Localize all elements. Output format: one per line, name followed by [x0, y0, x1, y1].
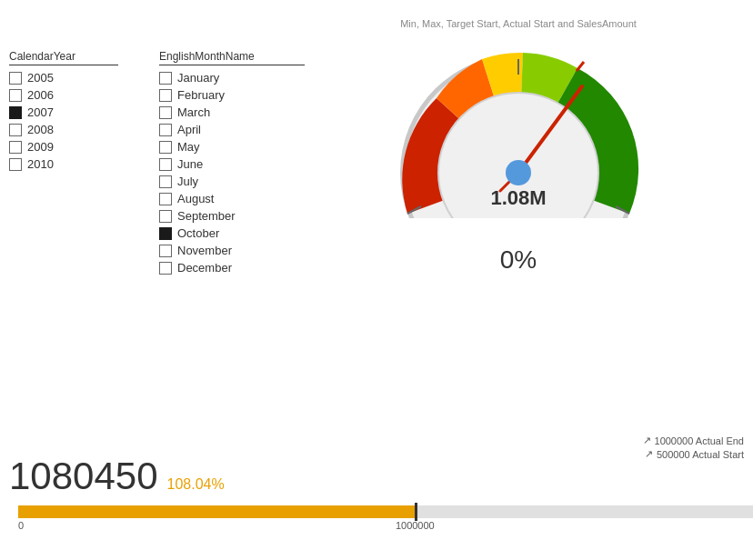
calendar-year-panel: CalendarYear 2005 2006 2007 2008 2009 20… [9, 50, 118, 175]
month-label-April: April [177, 123, 201, 136]
bottom-section: 1080450 108.04% ↗ 1000000 Actual End ↗ 5… [9, 455, 744, 533]
calendar-year-checkbox-2009[interactable] [9, 141, 22, 154]
gauge-container: 0 2M 1.08M [382, 36, 655, 236]
month-label-August: August [177, 192, 214, 205]
progress-labels: 0 1000000 [18, 520, 753, 531]
month-checkbox-November[interactable] [159, 245, 172, 257]
month-label-July: July [177, 175, 198, 188]
month-checkbox-August[interactable] [159, 193, 172, 205]
gauge-svg: 0 2M 1.08M [382, 36, 655, 218]
calendar-year-label-2005: 2005 [27, 71, 54, 85]
month-label-January: January [177, 71, 219, 85]
month-name-panel: EnglishMonthName January February March … [159, 50, 305, 278]
calendar-year-checkbox-2005[interactable] [9, 72, 22, 85]
calendar-year-item[interactable]: 2005 [9, 71, 118, 85]
month-checkbox-October[interactable] [159, 227, 172, 240]
calendar-year-item[interactable]: 2010 [9, 157, 118, 171]
month-name-item[interactable]: February [159, 88, 305, 102]
svg-point-10 [506, 160, 531, 185]
calendar-year-title: CalendarYear [9, 50, 118, 65]
svg-text:1.08M: 1.08M [490, 186, 546, 209]
big-number: 1080450 [9, 455, 158, 498]
calendar-year-checkbox-2008[interactable] [9, 124, 22, 136]
month-checkbox-January[interactable] [159, 72, 172, 85]
month-label-February: February [177, 88, 225, 102]
calendar-year-checkbox-2010[interactable] [9, 158, 22, 171]
month-label-May: May [177, 140, 200, 154]
calendar-year-item[interactable]: 2006 [9, 88, 118, 102]
month-checkbox-June[interactable] [159, 158, 172, 171]
legend-actual-start-label: 500000 Actual Start [657, 449, 744, 460]
legend-actual-end: ↗ 1000000 Actual End [643, 435, 744, 446]
month-checkbox-March[interactable] [159, 106, 172, 119]
month-checkbox-May[interactable] [159, 141, 172, 154]
calendar-year-label-2007: 2007 [27, 105, 54, 119]
month-name-item[interactable]: November [159, 244, 305, 257]
month-name-item[interactable]: August [159, 192, 305, 205]
gauge-percent: 0% [346, 245, 691, 275]
calendar-year-label-2006: 2006 [27, 88, 54, 102]
month-name-item[interactable]: March [159, 105, 305, 119]
calendar-year-item[interactable]: 2009 [9, 140, 118, 154]
svg-text:2M: 2M [612, 216, 628, 218]
progress-bar-bg [18, 505, 753, 518]
month-label-October: October [177, 226, 219, 240]
month-name-item[interactable]: May [159, 140, 305, 154]
svg-line-9 [577, 62, 584, 71]
calendar-year-checkbox-2007[interactable] [9, 106, 22, 119]
month-label-June: June [177, 157, 203, 171]
calendar-year-item[interactable]: 2008 [9, 123, 118, 136]
calendar-year-label-2009: 2009 [27, 140, 54, 154]
progress-label-left: 0 [18, 520, 24, 531]
month-name-item[interactable]: June [159, 157, 305, 171]
calendar-year-label-2010: 2010 [27, 157, 54, 171]
progress-bar-fill [18, 505, 415, 518]
percent-badge: 108.04% [167, 476, 225, 493]
month-name-item[interactable]: April [159, 123, 305, 136]
legend-area: ↗ 1000000 Actual End ↗ 500000 Actual Sta… [643, 435, 744, 462]
month-label-September: September [177, 209, 236, 223]
month-name-item[interactable]: January [159, 71, 305, 85]
month-label-March: March [177, 105, 210, 119]
calendar-year-item[interactable]: 2007 [9, 105, 118, 119]
month-name-item[interactable]: December [159, 261, 305, 275]
month-name-title: EnglishMonthName [159, 50, 305, 65]
month-checkbox-February[interactable] [159, 89, 172, 102]
gauge-section: Min, Max, Target Start, Actual Start and… [346, 18, 691, 275]
legend-actual-end-label: 1000000 Actual End [655, 435, 744, 446]
calendar-year-checkbox-2006[interactable] [9, 89, 22, 102]
month-checkbox-September[interactable] [159, 210, 172, 223]
month-label-December: December [177, 261, 232, 275]
month-name-item[interactable]: September [159, 209, 305, 223]
progress-label-right: 1000000 [396, 520, 435, 531]
progress-marker [415, 503, 417, 521]
legend-actual-end-icon: ↗ [643, 435, 651, 446]
month-checkbox-July[interactable] [159, 175, 172, 188]
month-name-item[interactable]: July [159, 175, 305, 188]
gauge-title: Min, Max, Target Start, Actual Start and… [346, 18, 691, 29]
progress-container: 0 1000000 [18, 505, 753, 533]
main-container: CalendarYear 2005 2006 2007 2008 2009 20… [0, 0, 753, 560]
calendar-year-label-2008: 2008 [27, 123, 54, 136]
month-checkbox-December[interactable] [159, 262, 172, 275]
legend-actual-start: ↗ 500000 Actual Start [643, 448, 744, 460]
month-name-item[interactable]: October [159, 226, 305, 240]
month-label-November: November [177, 244, 232, 257]
svg-text:0: 0 [413, 216, 419, 218]
month-checkbox-April[interactable] [159, 124, 172, 136]
legend-actual-start-icon: ↗ [645, 448, 653, 460]
